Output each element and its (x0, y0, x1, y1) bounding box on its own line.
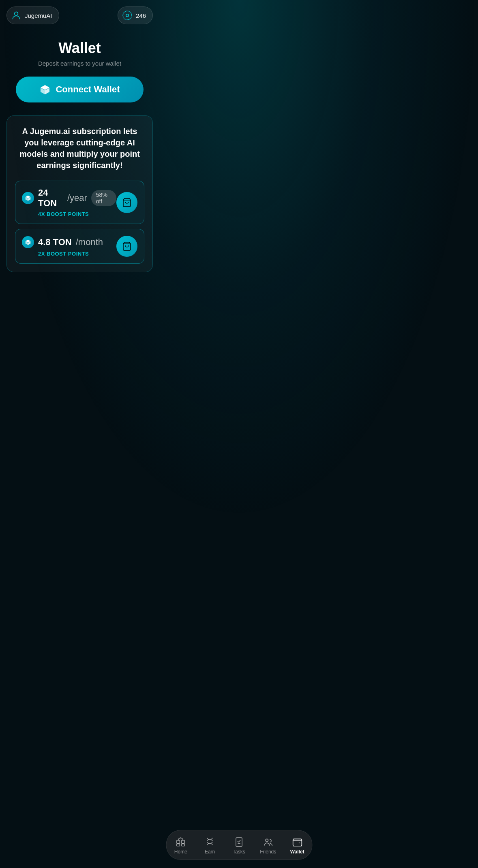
cart-icon-yearly (122, 198, 132, 207)
connect-wallet-label: Connect Wallet (56, 84, 120, 95)
user-name: JugemuAI (25, 12, 52, 19)
star-icon (122, 10, 133, 21)
yearly-plan-details: 24 TON /year 58% off 4X BOOST POINTS (22, 188, 116, 217)
monthly-plan-cart-button[interactable] (116, 236, 137, 257)
yearly-discount-badge: 58% off (91, 190, 116, 206)
title-section: Wallet Deposit earnings to your wallet (0, 28, 159, 77)
yearly-plan-cart-button[interactable] (116, 192, 137, 213)
yearly-plan-price: 24 TON (38, 188, 63, 209)
yearly-plan-item[interactable]: 24 TON /year 58% off 4X BOOST POINTS (15, 181, 144, 224)
header: JugemuAI 246 (0, 0, 159, 28)
page-title: Wallet (8, 40, 151, 57)
points-badge[interactable]: 246 (118, 6, 153, 24)
ton-icon-yearly (22, 192, 34, 204)
subscription-title: A Jugemu.ai subscription lets you levera… (15, 126, 144, 171)
monthly-plan-period: /month (76, 237, 103, 247)
monthly-plan-boost: 2X BOOST POINTS (22, 251, 103, 257)
yearly-plan-period: /year (67, 193, 87, 203)
ton-logo-icon (39, 84, 51, 95)
yearly-plan-price-row: 24 TON /year 58% off (22, 188, 116, 209)
monthly-plan-price-row: 4.8 TON /month (22, 236, 103, 248)
svg-point-0 (15, 12, 18, 15)
ton-icon-monthly (22, 236, 34, 248)
user-badge[interactable]: JugemuAI (6, 6, 59, 24)
monthly-plan-details: 4.8 TON /month 2X BOOST POINTS (22, 236, 103, 257)
page-subtitle: Deposit earnings to your wallet (8, 60, 151, 67)
yearly-plan-boost: 4X BOOST POINTS (22, 211, 116, 217)
cart-icon-monthly (122, 241, 132, 251)
user-avatar-icon (11, 10, 21, 21)
monthly-plan-item[interactable]: 4.8 TON /month 2X BOOST POINTS (15, 229, 144, 264)
subscription-card: A Jugemu.ai subscription lets you levera… (6, 115, 153, 272)
points-value: 246 (136, 12, 146, 19)
connect-wallet-button[interactable]: Connect Wallet (16, 77, 143, 102)
monthly-plan-price: 4.8 TON (38, 237, 72, 247)
